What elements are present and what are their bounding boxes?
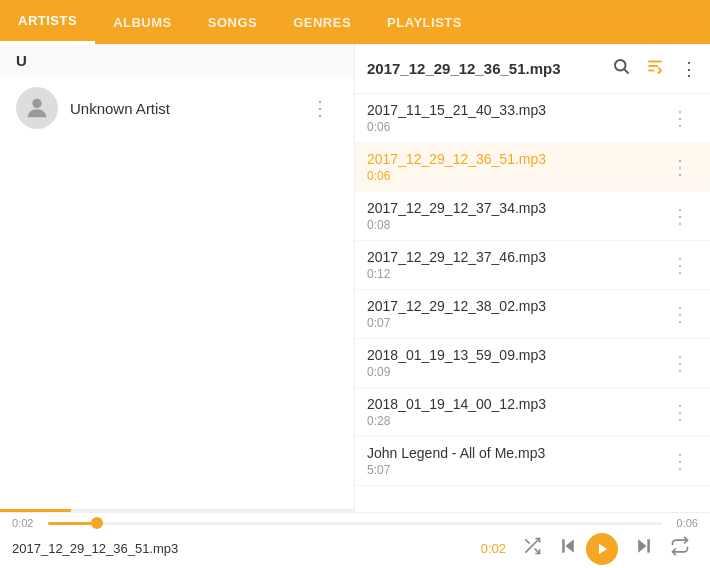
main-layout: U Unknown Artist ⋮ 2017_12_29_12_36_51.m…	[0, 44, 710, 512]
song-duration: 0:28	[367, 414, 662, 428]
content-panel: 2017_12_29_12_36_51.mp3	[355, 44, 710, 512]
song-item[interactable]: John Legend - All of Me.mp3 5:07 ⋮	[355, 437, 710, 486]
song-info: 2018_01_19_14_00_12.mp3 0:28	[367, 396, 662, 428]
content-title: 2017_12_29_12_36_51.mp3	[367, 60, 612, 77]
song-info: 2017_11_15_21_40_33.mp3 0:06	[367, 102, 662, 134]
song-info: 2017_12_29_12_37_34.mp3 0:08	[367, 200, 662, 232]
song-more-button[interactable]: ⋮	[662, 298, 698, 330]
svg-marker-11	[599, 543, 607, 554]
content-header: 2017_12_29_12_36_51.mp3	[355, 44, 710, 94]
song-more-button[interactable]: ⋮	[662, 200, 698, 232]
alphabet-group-u: U	[0, 44, 354, 77]
tab-albums[interactable]: ALBUMS	[95, 0, 190, 44]
song-more-button[interactable]: ⋮	[662, 249, 698, 281]
song-more-button[interactable]: ⋮	[662, 347, 698, 379]
controls-row: 2017_12_29_12_36_51.mp3 0:02	[0, 529, 710, 568]
svg-line-7	[525, 539, 529, 543]
song-info: 2017_12_29_12_37_46.mp3 0:12	[367, 249, 662, 281]
song-info: 2018_01_19_13_59_09.mp3 0:09	[367, 347, 662, 379]
progress-row: 0:02 0:06	[0, 513, 710, 529]
repeat-button[interactable]	[662, 536, 698, 561]
total-time-label: 0:06	[670, 517, 698, 529]
player-bar: 0:02 0:06 2017_12_29_12_36_51.mp3 0:02	[0, 512, 710, 568]
song-item[interactable]: 2018_01_19_14_00_12.mp3 0:28 ⋮	[355, 388, 710, 437]
artist-sidebar: U Unknown Artist ⋮	[0, 44, 355, 512]
artist-item-unknown[interactable]: Unknown Artist ⋮	[0, 77, 354, 139]
song-name: 2018_01_19_13_59_09.mp3	[367, 347, 662, 363]
song-info: John Legend - All of Me.mp3 5:07	[367, 445, 662, 477]
song-more-button[interactable]: ⋮	[662, 102, 698, 134]
song-duration: 0:08	[367, 218, 662, 232]
svg-marker-12	[638, 539, 646, 552]
svg-rect-10	[562, 539, 565, 552]
search-icon[interactable]	[612, 57, 630, 80]
header-icons: ⋮	[612, 57, 698, 80]
shuffle-button[interactable]	[514, 536, 550, 561]
tab-playlists[interactable]: PLAYLISTS	[369, 0, 480, 44]
tab-artists[interactable]: ARTISTS	[0, 0, 95, 44]
song-item[interactable]: 2017_12_29_12_37_34.mp3 0:08 ⋮	[355, 192, 710, 241]
song-name: 2018_01_19_14_00_12.mp3	[367, 396, 662, 412]
song-duration: 0:09	[367, 365, 662, 379]
svg-rect-13	[647, 539, 650, 552]
next-button[interactable]	[626, 536, 662, 561]
song-name: 2017_12_29_12_37_46.mp3	[367, 249, 662, 265]
play-button[interactable]	[586, 533, 618, 565]
song-item[interactable]: 2017_11_15_21_40_33.mp3 0:06 ⋮	[355, 94, 710, 143]
song-duration: 0:06	[367, 120, 662, 134]
song-item[interactable]: 2017_12_29_12_36_51.mp3 0:06 ⋮	[355, 143, 710, 192]
queue-icon[interactable]	[646, 57, 664, 80]
song-list: 2017_11_15_21_40_33.mp3 0:06 ⋮ 2017_12_2…	[355, 94, 710, 512]
song-duration: 5:07	[367, 463, 662, 477]
song-more-button[interactable]: ⋮	[662, 151, 698, 183]
current-time-display: 0:02	[481, 541, 506, 556]
svg-point-1	[615, 60, 626, 71]
more-options-icon[interactable]: ⋮	[680, 58, 698, 80]
song-name: 2017_12_29_12_37_34.mp3	[367, 200, 662, 216]
song-item[interactable]: 2017_12_29_12_37_46.mp3 0:12 ⋮	[355, 241, 710, 290]
now-playing-title: 2017_12_29_12_36_51.mp3	[12, 541, 481, 556]
song-more-button[interactable]: ⋮	[662, 396, 698, 428]
song-name: 2017_11_15_21_40_33.mp3	[367, 102, 662, 118]
song-duration: 0:07	[367, 316, 662, 330]
tab-songs[interactable]: SONGS	[190, 0, 275, 44]
current-time-label: 0:02	[12, 517, 40, 529]
artist-name: Unknown Artist	[70, 100, 302, 117]
progress-thumb[interactable]	[91, 517, 103, 529]
song-info: 2017_12_29_12_36_51.mp3 0:06	[367, 151, 662, 183]
artist-avatar	[16, 87, 58, 129]
song-item[interactable]: 2018_01_19_13_59_09.mp3 0:09 ⋮	[355, 339, 710, 388]
song-name: John Legend - All of Me.mp3	[367, 445, 662, 461]
tab-genres[interactable]: GENRES	[275, 0, 369, 44]
song-more-button[interactable]: ⋮	[662, 445, 698, 477]
song-duration: 0:12	[367, 267, 662, 281]
song-name: 2017_12_29_12_36_51.mp3	[367, 151, 662, 167]
svg-line-2	[624, 69, 628, 73]
song-duration: 0:06	[367, 169, 662, 183]
progress-fill	[48, 522, 97, 525]
top-navigation: ARTISTS ALBUMS SONGS GENRES PLAYLISTS	[0, 0, 710, 44]
song-item[interactable]: 2017_12_29_12_38_02.mp3 0:07 ⋮	[355, 290, 710, 339]
previous-button[interactable]	[550, 536, 586, 561]
progress-bar[interactable]	[48, 522, 662, 525]
svg-marker-9	[566, 539, 574, 552]
artist-more-button[interactable]: ⋮	[302, 92, 338, 124]
song-name: 2017_12_29_12_38_02.mp3	[367, 298, 662, 314]
svg-point-0	[32, 99, 41, 108]
song-info: 2017_12_29_12_38_02.mp3 0:07	[367, 298, 662, 330]
